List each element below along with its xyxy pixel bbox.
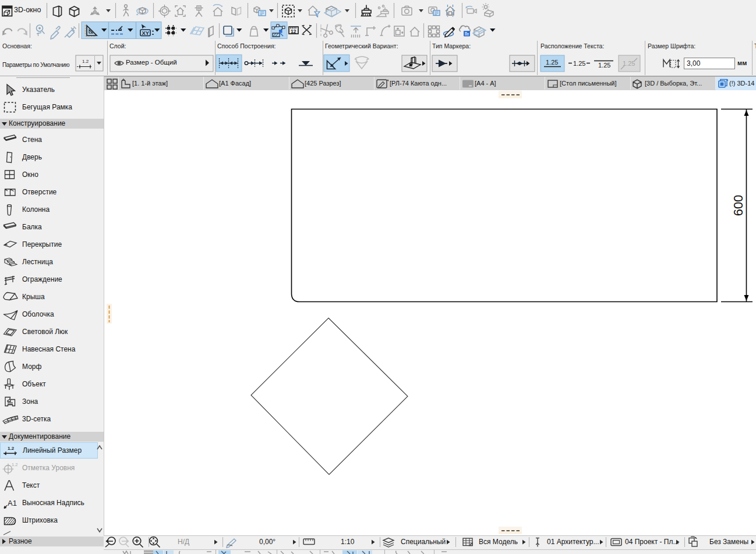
svg-text:1.25: 1.25 <box>623 60 635 67</box>
svg-text:600: 600 <box>731 195 746 216</box>
svg-text:A1: A1 <box>8 499 17 507</box>
svg-text:1.25: 1.25 <box>546 59 558 66</box>
svg-text:1.2: 1.2 <box>82 59 89 64</box>
svg-text:1.25: 1.25 <box>573 60 585 67</box>
svg-text:1.2: 1.2 <box>8 446 15 451</box>
svg-text:XY: XY <box>142 30 150 36</box>
svg-text:1.25: 1.25 <box>598 62 610 69</box>
svg-text:1.2: 1.2 <box>12 462 17 467</box>
svg-text:12: 12 <box>291 29 296 34</box>
